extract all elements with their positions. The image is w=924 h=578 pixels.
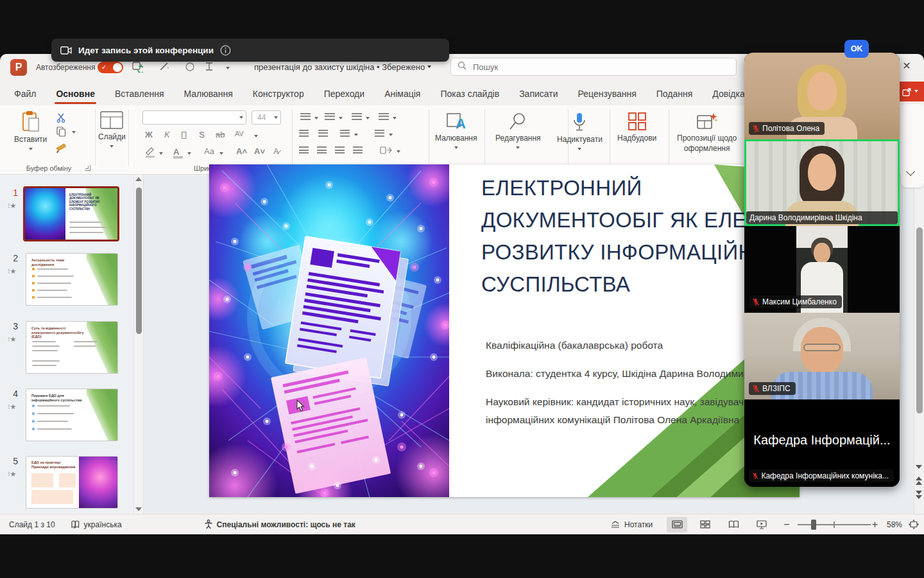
font-color-button[interactable]: A xyxy=(173,146,183,159)
next-slide-button[interactable] xyxy=(916,491,922,499)
font-size-select[interactable]: 44 xyxy=(252,110,281,125)
search-bar[interactable] xyxy=(450,58,737,76)
zoom-in-button[interactable]: + xyxy=(872,519,878,530)
bold-button[interactable]: Ж xyxy=(145,130,153,139)
align-center-button[interactable] xyxy=(317,146,327,153)
highlight-color-button[interactable] xyxy=(144,146,157,161)
ok-button[interactable]: OK xyxy=(844,40,869,58)
slides-button[interactable]: Слайди xyxy=(98,110,126,150)
shrink-font-button[interactable]: A˅ xyxy=(254,146,265,156)
autosave-toggle[interactable]: ✓ xyxy=(98,62,123,73)
tab-file[interactable]: Файл xyxy=(13,85,37,103)
text-direction-button[interactable] xyxy=(375,130,384,137)
slide-canvas[interactable]: ЕЛЕКТРОННИЙ ДОКУМЕНТООБІГ ЯК ЕЛЕМ РОЗВИТ… xyxy=(209,164,800,497)
highlight-chevron-icon[interactable] xyxy=(159,152,163,157)
format-painter-icon[interactable] xyxy=(55,143,67,156)
change-case-button[interactable]: Aa xyxy=(204,146,214,156)
document-title[interactable]: презентація до захисту шкідіна • Збереже… xyxy=(254,62,431,72)
tab-home[interactable]: Основне xyxy=(55,85,96,103)
text-direction-chevron-icon[interactable] xyxy=(389,134,393,138)
tab-review[interactable]: Рецензування xyxy=(577,85,638,103)
info-icon[interactable] xyxy=(220,45,231,56)
line-spacing-chevron-icon[interactable] xyxy=(366,117,370,121)
tab-record[interactable]: Записати xyxy=(518,85,559,103)
slide-thumbnail-1[interactable]: ЕЛЕКТРОННИЙ ДОКУМЕНТООБІГ ЯК ЕЛЕМЕНТ РОЗ… xyxy=(23,186,119,241)
tab-transitions[interactable]: Переходи xyxy=(323,85,366,103)
slide-subtitle[interactable]: Кваліфікаційна (бакалаврська) робота Вик… xyxy=(486,337,787,429)
reading-view-button[interactable] xyxy=(723,517,744,532)
clear-formatting-button[interactable]: A̷ xyxy=(273,146,279,156)
tab-slideshow[interactable]: Показ слайдів xyxy=(439,85,501,103)
slideshow-view-button[interactable] xyxy=(751,517,772,532)
slide-thumbnail-5[interactable]: ЕДО на практиці: Приклади впровадження xyxy=(26,456,118,509)
participant-tile[interactable]: Кафедра Інформацій... Кафедра Інформацій… xyxy=(744,399,900,487)
designer-button[interactable]: Пропозиції щодооформлення xyxy=(677,112,737,153)
tab-animations[interactable]: Анімація xyxy=(383,85,422,103)
align-right-button[interactable] xyxy=(335,146,345,153)
smartart-chevron-icon[interactable] xyxy=(397,150,400,155)
circle-tool-icon[interactable] xyxy=(185,62,195,74)
tab-insert[interactable]: Вставлення xyxy=(114,85,166,103)
editor-scrollbar-thumb[interactable] xyxy=(916,227,923,414)
close-icon[interactable]: ✕ xyxy=(901,60,912,72)
cut-icon[interactable] xyxy=(56,113,66,125)
justify-button[interactable] xyxy=(353,146,363,153)
tab-design[interactable]: Конструктор xyxy=(252,85,305,103)
case-chevron-icon[interactable] xyxy=(219,152,223,157)
convert-smartart-button[interactable] xyxy=(380,145,393,158)
slide-sorter-view-button[interactable] xyxy=(695,517,715,532)
previous-slide-button[interactable] xyxy=(916,477,922,485)
tab-view[interactable]: Подання xyxy=(655,85,694,103)
columns-button[interactable] xyxy=(340,130,350,137)
spellcheck-button[interactable]: українська xyxy=(71,520,122,529)
line-spacing-button[interactable] xyxy=(352,113,362,120)
text-shadow-button[interactable]: S xyxy=(199,130,205,139)
zoom-out-button[interactable]: − xyxy=(783,519,789,530)
participant-tile[interactable]: Дарина Володимирівна Шкідіна xyxy=(744,139,900,226)
editor-scrollbar[interactable] xyxy=(914,175,924,514)
powerpoint-logo[interactable]: P xyxy=(10,59,27,76)
normal-view-button[interactable] xyxy=(667,517,687,532)
editing-button[interactable]: Редагування xyxy=(495,112,541,151)
bullets-button[interactable] xyxy=(300,113,311,120)
columns-chevron-icon[interactable] xyxy=(354,134,358,138)
decrease-indent-button[interactable] xyxy=(299,130,309,137)
search-input[interactable] xyxy=(472,62,730,73)
quick-access-chevron-icon[interactable] xyxy=(226,67,230,71)
dictate-button[interactable]: Надиктувати xyxy=(557,112,603,152)
font-color-chevron-icon[interactable] xyxy=(187,152,191,157)
align-left-button[interactable] xyxy=(299,146,309,153)
tab-help[interactable]: Довідка xyxy=(711,85,746,103)
clipboard-dialog-launcher[interactable] xyxy=(85,165,90,171)
sort-text-button[interactable] xyxy=(379,113,389,120)
fit-slide-button[interactable] xyxy=(909,520,919,529)
character-spacing-button[interactable]: AV xyxy=(235,130,244,137)
spacing-chevron-icon[interactable] xyxy=(254,135,258,139)
tab-draw[interactable]: Малювання xyxy=(182,85,234,103)
slide-thumbnail-3[interactable]: Суть та відмінності електронного докумен… xyxy=(26,321,118,374)
participant-tile[interactable]: ВЛЗІПС xyxy=(744,313,900,399)
bullets-chevron-icon[interactable] xyxy=(314,117,318,121)
pen-tool-icon[interactable] xyxy=(159,62,171,74)
copy-icon[interactable] xyxy=(56,127,66,139)
slide-thumbnail-2[interactable]: Актуальність теми дослідження xyxy=(26,253,118,306)
share-button[interactable] xyxy=(896,82,924,101)
sort-chevron-icon[interactable] xyxy=(393,117,397,121)
scroll-down-icon[interactable] xyxy=(916,465,922,469)
zoom-slider-thumb[interactable] xyxy=(811,520,816,530)
thumbnail-scrollbar-thumb[interactable] xyxy=(136,188,142,334)
addins-button[interactable]: Надбудови xyxy=(617,112,656,143)
numbering-button[interactable] xyxy=(325,113,335,120)
italic-button[interactable]: K xyxy=(164,130,170,139)
slide-counter[interactable]: Слайд 1 з 10 xyxy=(9,520,55,529)
notes-button[interactable]: Нотатки xyxy=(610,520,653,529)
collapse-ribbon-icon[interactable] xyxy=(906,167,915,176)
numbering-chevron-icon[interactable] xyxy=(339,117,343,121)
participant-tile[interactable]: Максим Цимбаленко xyxy=(744,226,900,313)
accessibility-checker[interactable]: Спеціальні можливості: щось не так xyxy=(204,520,355,529)
underline-button[interactable]: П xyxy=(181,130,187,139)
slide-thumbnail-4[interactable]: Переваги ЕДО для інформаційного суспільс… xyxy=(26,389,118,441)
copy-chevron-icon[interactable] xyxy=(72,131,76,136)
thumbnail-scrollbar[interactable] xyxy=(133,175,144,514)
save-sync-icon[interactable] xyxy=(132,62,143,75)
